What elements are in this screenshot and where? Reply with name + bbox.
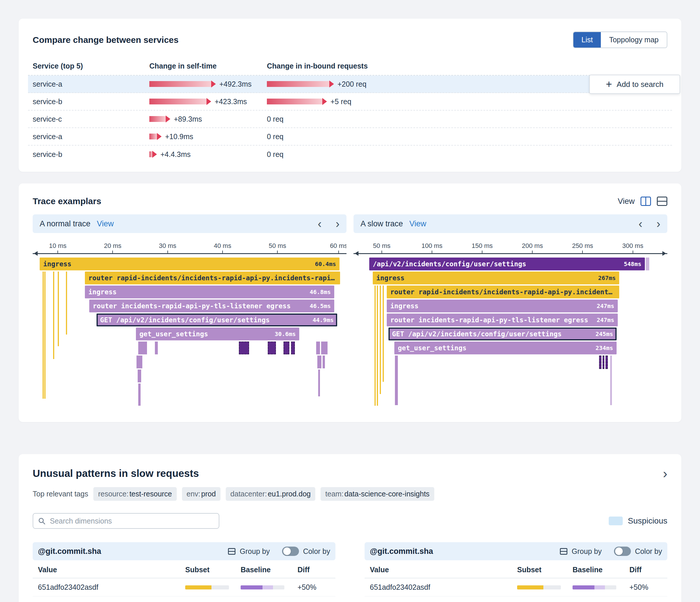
- span-fragment[interactable]: [268, 342, 276, 354]
- span-fragment[interactable]: [610, 355, 612, 405]
- span-fragment[interactable]: [138, 383, 141, 406]
- add-to-search-label: Add to search: [617, 80, 663, 89]
- span-bar-ingress[interactable]: ingress 267ms: [373, 272, 619, 284]
- group-by-icon[interactable]: [228, 548, 236, 555]
- ruler-tick-label: 30 ms: [159, 242, 176, 250]
- span-fragment[interactable]: [321, 342, 328, 354]
- group-by-icon[interactable]: [560, 548, 568, 555]
- color-by-toggle[interactable]: [282, 547, 299, 556]
- span-bar-get-settings-selected[interactable]: GET /api/v2/incidents/config/user/settin…: [389, 328, 617, 341]
- tag-pill-datacenter[interactable]: datacenter:eu1.prod.dog: [226, 487, 315, 501]
- groupby-title: @git.commit.sha: [370, 547, 433, 556]
- slow-trace-body: 50 ms 100 ms 150 ms 200 ms 250 ms 300 ms…: [353, 233, 667, 410]
- span-bar-get-user-settings[interactable]: get_user_settings 30.6ms: [136, 328, 299, 341]
- inbound-bar: [267, 81, 329, 87]
- tag-pill-env[interactable]: env:prod: [182, 487, 221, 501]
- span-fragment[interactable]: [603, 355, 604, 369]
- chevron-right-icon[interactable]: [656, 218, 660, 229]
- span-bar-api-settings[interactable]: /api/v2/incidents/config/user/settings 5…: [369, 257, 645, 270]
- color-by-toggle[interactable]: [614, 547, 631, 556]
- topology-map-button[interactable]: Toppology map: [601, 32, 667, 48]
- ruler-arrow-right-icon: [649, 251, 666, 256]
- span-duration: 234ms: [596, 345, 617, 351]
- span-fragment[interactable]: [375, 285, 376, 406]
- span-fragment[interactable]: [291, 342, 295, 354]
- col-subset: Subset: [185, 566, 241, 574]
- span-duration: 44.9ms: [312, 317, 337, 323]
- span-fragment[interactable]: [316, 342, 320, 354]
- span-fragment[interactable]: [323, 355, 325, 368]
- span-fragment[interactable]: [53, 272, 54, 359]
- table-row[interactable]: service-b +423.3ms +5 req: [28, 93, 672, 110]
- col-value: Value: [370, 566, 517, 574]
- span-fragment[interactable]: [43, 272, 44, 399]
- span-fragment[interactable]: [605, 355, 608, 369]
- service-name: service-c: [33, 115, 149, 123]
- span-fragment[interactable]: [377, 285, 378, 406]
- table-row[interactable]: 651adfo23402asdf +50%: [365, 578, 667, 597]
- group-by-label[interactable]: Group by: [240, 547, 270, 556]
- span-bar-get-user-settings[interactable]: get_user_settings 234ms: [394, 342, 617, 354]
- normal-trace-view-link[interactable]: View: [97, 219, 114, 228]
- tag-pill-team[interactable]: team:data-science-core-insights: [321, 487, 434, 501]
- chevron-left-icon[interactable]: [318, 218, 321, 229]
- span-label: ingress: [40, 260, 75, 268]
- ruler-tick-label: 60 ms: [330, 242, 347, 250]
- table-row[interactable]: service-c +89.3ms 0 req: [28, 110, 672, 128]
- span-fragment[interactable]: [138, 370, 141, 382]
- table-row[interactable]: service-a +10.9ms 0 req: [28, 128, 672, 146]
- span-fragment[interactable]: [380, 285, 381, 394]
- list-view-button[interactable]: List: [573, 32, 601, 48]
- span-bar-ingress[interactable]: ingress 46.8ms: [85, 285, 334, 298]
- span-fragment[interactable]: [318, 370, 320, 396]
- span-label: router rapid-incidents/incidents-rapid-a…: [85, 274, 340, 282]
- table-row[interactable]: 651adfo23402asdf +50%: [365, 597, 667, 602]
- span-fragment[interactable]: [136, 355, 142, 368]
- search-icon: [38, 517, 46, 525]
- span-fragment[interactable]: [283, 342, 289, 354]
- tag-pill-resource[interactable]: resource:test-resource: [93, 487, 176, 501]
- view-split-columns-icon[interactable]: [641, 197, 651, 206]
- inbound-value: +5 req: [330, 97, 351, 106]
- span-duration: 60.4ms: [315, 260, 340, 268]
- span-fragment[interactable]: [155, 342, 158, 354]
- span-fragment[interactable]: [317, 355, 321, 368]
- ruler-tick: [112, 251, 113, 254]
- table-row[interactable]: service-b +4.4.3ms 0 req: [28, 146, 672, 163]
- span-fragment[interactable]: [383, 285, 384, 382]
- slow-trace-view-link[interactable]: View: [409, 219, 426, 228]
- self-time-value: +4.4.3ms: [160, 150, 191, 159]
- span-fragment[interactable]: [395, 355, 398, 405]
- span-fragment[interactable]: [239, 342, 249, 354]
- col-inbound: Change in in-bound requests: [267, 62, 667, 70]
- bar-arrow-icon: [322, 98, 327, 105]
- span-fragment[interactable]: [66, 272, 67, 334]
- add-to-search-button[interactable]: Add to search: [589, 75, 680, 94]
- span-bar-router[interactable]: router rapid-incidents/incidents-rapid-a…: [387, 285, 619, 298]
- chevron-right-icon[interactable]: [336, 218, 340, 229]
- view-split-rows-icon[interactable]: [657, 197, 667, 206]
- span-fragment[interactable]: [44, 272, 46, 399]
- traces-title: Trace examplars: [33, 196, 101, 206]
- table-row[interactable]: 651adfo23402asdf +50%: [33, 597, 335, 602]
- span-fragment[interactable]: [646, 257, 649, 270]
- span-bar-get-settings-selected[interactable]: GET /api/v2/incidents/config/user/settin…: [97, 313, 337, 326]
- color-by-label: Color by: [635, 547, 662, 556]
- span-bar-ingress[interactable]: ingress 247ms: [387, 300, 618, 312]
- span-fragment[interactable]: [138, 342, 147, 354]
- table-row[interactable]: 651adfo23402asdf +50%: [33, 578, 335, 597]
- span-bar-router[interactable]: router rapid-incidents/incidents-rapid-a…: [85, 272, 340, 284]
- search-input[interactable]: [50, 517, 214, 525]
- span-bar-ingress[interactable]: ingress 60.4ms: [40, 257, 340, 270]
- table-row[interactable]: service-a +492.3ms +200 req Add to searc…: [28, 76, 672, 93]
- span-bar-router-egress[interactable]: router incidents-rapid-api-py-tls-listen…: [89, 300, 334, 312]
- span-bar-router-egress[interactable]: router incidents-rapid-api-py-tls-listen…: [387, 313, 618, 326]
- chevron-right-icon[interactable]: [663, 468, 667, 479]
- chevron-left-icon[interactable]: [639, 218, 642, 229]
- inbound-value: 0 req: [267, 132, 283, 141]
- group-by-label[interactable]: Group by: [572, 547, 602, 556]
- slow-trace-title: A slow trace: [360, 219, 403, 228]
- span-fragment[interactable]: [58, 272, 59, 346]
- span-fragment[interactable]: [599, 355, 601, 369]
- suspicious-legend: Suspicious: [609, 516, 667, 526]
